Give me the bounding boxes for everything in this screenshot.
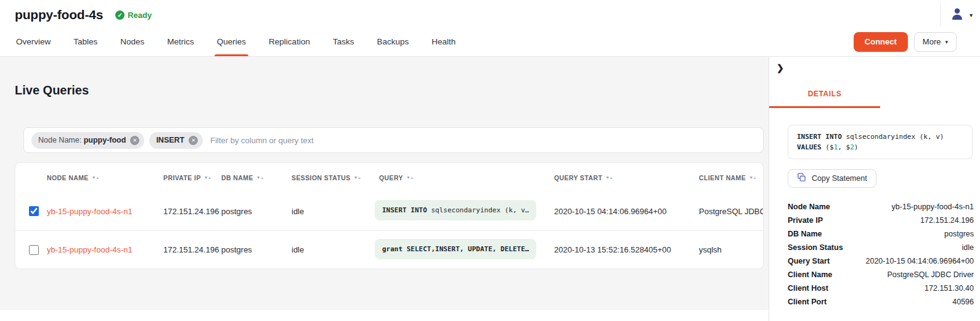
- query-start-cell: 2020-10-13 15:52:16.528405+00: [554, 245, 699, 254]
- tab-replication[interactable]: Replication: [267, 27, 311, 56]
- sort-icon[interactable]: ▼▲: [92, 175, 99, 180]
- client-name-cell: ysqlsh: [699, 245, 763, 254]
- detail-field: Node Nameyb-15-puppy-food-4s-n1: [788, 202, 974, 216]
- tab-health[interactable]: Health: [430, 27, 457, 56]
- sort-icon[interactable]: ▼▲: [749, 175, 756, 180]
- detail-field: Client NamePostgreSQL JDBC Driver: [788, 270, 974, 284]
- detail-field: Session Statusidle: [788, 243, 974, 257]
- page-title: Live Queries: [15, 83, 769, 98]
- copy-statement-button[interactable]: Copy Statement: [788, 169, 876, 188]
- statement-preview: INSERT INTO sqlsecondaryindex (k, v) VAL…: [788, 125, 973, 159]
- filter-chip-node-name[interactable]: Node Name: puppy-food ✕: [31, 132, 144, 149]
- tab-backups[interactable]: Backups: [375, 27, 410, 56]
- check-circle-icon: ✓: [115, 10, 125, 20]
- connect-button[interactable]: Connect: [854, 32, 908, 52]
- column-header-session-status[interactable]: SESSION STATUS ▼▲: [292, 174, 375, 181]
- statement-line-2: VALUES ($1, $2): [797, 142, 963, 152]
- details-fields: Node Nameyb-15-puppy-food-4s-n1 Private …: [788, 202, 974, 311]
- session-status-cell: idle: [292, 207, 375, 216]
- nav-tabs: Overview Tables Nodes Metrics Queries Re…: [15, 27, 457, 56]
- user-menu-caret-icon[interactable]: ▾: [970, 12, 973, 19]
- column-header-query-start[interactable]: QUERY START ▼▲: [554, 174, 699, 181]
- user-avatar-icon[interactable]: [950, 7, 964, 23]
- sort-icon[interactable]: ▼▲: [204, 175, 211, 180]
- filter-chip-label: INSERT: [156, 136, 184, 144]
- queries-table: NODE NAME ▼▲ PRIVATE IP ▼▲ DB NAME ▼▲ SE…: [15, 162, 764, 269]
- private-ip-cell: 172.151.24.196: [163, 207, 221, 216]
- query-snippet: grant SELECT,INSERT, UPDATE, DELETE…: [375, 239, 536, 259]
- node-name-link[interactable]: yb-15-puppy-food-4s-n1: [47, 207, 133, 216]
- copy-icon: [797, 173, 806, 184]
- detail-field: Client Port40596: [788, 298, 974, 311]
- column-header-client-name[interactable]: CLIENT NAME ▼▲: [699, 174, 763, 181]
- details-panel: ❯ DETAILS INSERT INTO sqlsecondaryindex …: [769, 57, 980, 321]
- status-label: Ready: [128, 10, 152, 20]
- tab-details[interactable]: DETAILS: [769, 81, 880, 108]
- caret-down-icon: ▾: [945, 39, 948, 45]
- tab-tasks[interactable]: Tasks: [332, 27, 356, 56]
- column-header-node-name[interactable]: NODE NAME ▼▲: [47, 174, 163, 181]
- detail-field: Private IP172.151.24.196: [788, 216, 974, 230]
- close-icon[interactable]: ✕: [130, 136, 139, 145]
- detail-field: DB Namepostgres: [788, 230, 974, 243]
- status-badge: ✓ Ready: [115, 10, 152, 20]
- node-name-link[interactable]: yb-15-puppy-food-4s-n1: [47, 245, 133, 254]
- client-name-cell: PostgreSQL JDBC Driver: [699, 207, 763, 216]
- statement-line-1: INSERT INTO sqlsecondaryindex (k, v): [797, 131, 963, 142]
- tab-tables[interactable]: Tables: [72, 27, 99, 56]
- table-row[interactable]: yb-15-puppy-food-4s-n1 172.151.24.196 po…: [15, 192, 763, 230]
- column-header-query[interactable]: QUERY ▼▲: [375, 174, 554, 181]
- cluster-title: puppy-food-4s: [15, 7, 103, 22]
- table-header-row: NODE NAME ▼▲ PRIVATE IP ▼▲ DB NAME ▼▲ SE…: [15, 163, 763, 192]
- live-queries-page: Live Queries Node Name: puppy-food ✕ INS…: [0, 57, 769, 321]
- header-divider: [940, 2, 941, 27]
- detail-field: Query Start2020-10-15 04:14:06.96964+00: [788, 257, 974, 270]
- table-row[interactable]: yb-15-puppy-food-4s-n1 172.151.24.196 po…: [15, 230, 763, 269]
- db-name-cell: postgres: [221, 207, 292, 216]
- sort-icon[interactable]: ▼▲: [406, 175, 414, 180]
- session-status-cell: idle: [292, 245, 375, 254]
- tab-metrics[interactable]: Metrics: [166, 27, 195, 56]
- row-checkbox[interactable]: [29, 206, 39, 216]
- filter-chip-insert[interactable]: INSERT ✕: [149, 132, 203, 149]
- query-snippet: INSERT INTO sqlsecondaryindex (k, v…: [375, 200, 536, 220]
- tab-overview[interactable]: Overview: [15, 27, 52, 56]
- tab-queries[interactable]: Queries: [216, 27, 247, 56]
- top-header: puppy-food-4s ✓ Ready ▾ Overview Tables …: [0, 0, 980, 57]
- filter-input[interactable]: [210, 136, 756, 145]
- more-button-label: More: [923, 37, 941, 46]
- column-header-private-ip[interactable]: PRIVATE IP ▼▲: [163, 174, 221, 181]
- query-start-cell: 2020-10-15 04:14:06.96964+00: [554, 207, 699, 216]
- sort-icon[interactable]: ▼▲: [605, 175, 613, 180]
- close-icon[interactable]: ✕: [189, 136, 198, 145]
- private-ip-cell: 172.151.24.196: [163, 245, 221, 254]
- row-checkbox[interactable]: [29, 245, 39, 255]
- tab-nodes[interactable]: Nodes: [119, 27, 145, 56]
- copy-statement-label: Copy Statement: [812, 174, 867, 183]
- collapse-panel-button[interactable]: ❯: [777, 63, 784, 73]
- db-name-cell: postgres: [221, 245, 292, 254]
- sort-icon[interactable]: ▼▲: [354, 175, 361, 180]
- sort-icon[interactable]: ▼▲: [256, 175, 264, 180]
- filter-bar: Node Name: puppy-food ✕ INSERT ✕: [23, 127, 764, 153]
- column-header-db-name[interactable]: DB NAME ▼▲: [221, 174, 292, 181]
- filter-chip-label: Node Name: puppy-food: [38, 136, 126, 144]
- detail-field: Client Host172.151.30.40: [788, 284, 974, 298]
- more-button[interactable]: More ▾: [914, 32, 957, 52]
